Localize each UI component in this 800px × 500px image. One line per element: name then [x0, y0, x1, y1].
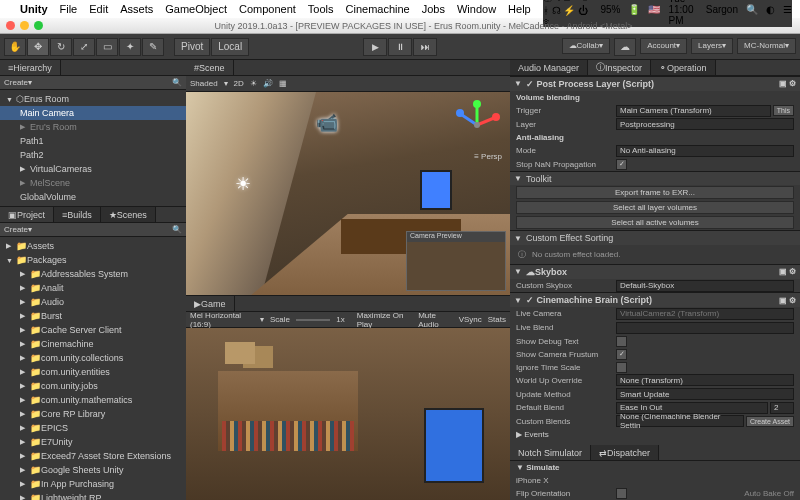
hand-tool-button[interactable]: ✋ — [4, 38, 26, 56]
custom-tool-button[interactable]: ✎ — [142, 38, 164, 56]
local-toggle[interactable]: Local — [211, 38, 249, 56]
show-debug-checkbox[interactable] — [616, 336, 627, 347]
component-header-skybox[interactable]: ▼☁ Skybox ▣ ⚙ — [510, 264, 800, 279]
scene-viewport[interactable]: ☀ 📹 ≡ Persp Camera Preview — [186, 92, 510, 295]
notch-simulator-tab[interactable]: Notch Simulator — [510, 445, 591, 460]
scene-audio-icon[interactable]: 🔊 — [263, 79, 273, 88]
aa-mode-dropdown[interactable]: No Anti-aliasing — [616, 145, 794, 157]
update-method-dropdown[interactable]: Smart Update — [616, 388, 794, 400]
package-item[interactable]: ▶📁 Analit — [0, 281, 186, 295]
select-active-volumes-button[interactable]: Select all active volumes — [516, 216, 794, 229]
hierarchy-tree[interactable]: ▼⬡ Erus Room Main Camera ▶Eru's Room Pat… — [0, 90, 186, 206]
menu-jobs[interactable]: Jobs — [422, 3, 445, 15]
input-flag[interactable]: 🇺🇸 — [648, 4, 660, 15]
hierarchy-search-icon[interactable]: 🔍 — [172, 78, 182, 87]
hierarchy-item[interactable]: ▶Eru's Room — [0, 120, 186, 134]
toolkit-header[interactable]: ▼Toolkit — [510, 171, 800, 186]
custom-blends-field[interactable]: None (Cinemachine Blender Settin — [616, 415, 744, 427]
component-header-cinemachine[interactable]: ▼✓ Cinemachine Brain (Script) ▣ ⚙ — [510, 292, 800, 307]
custom-skybox-field[interactable]: Default-Skybox — [616, 280, 794, 292]
persp-label[interactable]: ≡ Persp — [474, 152, 502, 161]
scenes-tab[interactable]: ★ Scenes — [101, 207, 156, 222]
assets-folder[interactable]: ▶📁 Assets — [0, 239, 186, 253]
orientation-gizmo[interactable] — [452, 100, 502, 150]
menu-file[interactable]: File — [60, 3, 78, 15]
package-item[interactable]: ▶📁 Cinemachine — [0, 337, 186, 351]
package-item[interactable]: ▶📁 EPICS — [0, 421, 186, 435]
operation-tab[interactable]: ⚬ Operation — [651, 60, 716, 75]
spotlight-icon[interactable]: 🔍 — [746, 4, 758, 15]
hierarchy-item[interactable]: Path2 — [0, 148, 186, 162]
game-viewport[interactable] — [186, 328, 510, 500]
ignore-timescale-checkbox[interactable] — [616, 362, 627, 373]
light-gizmo-icon[interactable]: ☀ — [235, 173, 251, 195]
step-button[interactable]: ⏭ — [413, 38, 437, 56]
menu-assets[interactable]: Assets — [120, 3, 153, 15]
sorting-header[interactable]: ▼Custom Effect Sorting — [510, 230, 800, 245]
clock[interactable]: Tue 11:00 PM — [668, 0, 697, 26]
gear-icon[interactable]: ▣ ⚙ — [779, 79, 796, 88]
select-layer-volumes-button[interactable]: Select all layer volumes — [516, 201, 794, 214]
builds-tab[interactable]: ≡ Builds — [54, 207, 101, 222]
audio-manager-tab[interactable]: Audio Manager — [510, 60, 588, 75]
rect-tool-button[interactable]: ▭ — [96, 38, 118, 56]
hierarchy-item[interactable]: Main Camera — [0, 106, 186, 120]
account-dropdown[interactable]: Account ▾ — [640, 38, 687, 54]
project-create[interactable]: Create — [4, 225, 28, 234]
menu-edit[interactable]: Edit — [89, 3, 108, 15]
maximize-window-button[interactable] — [34, 21, 43, 30]
mute-toggle[interactable]: Mute Audio — [418, 311, 452, 329]
hierarchy-create[interactable]: Create — [4, 78, 28, 87]
hierarchy-item[interactable]: ▶VirtualCameras — [0, 162, 186, 176]
layers-dropdown[interactable]: Layers ▾ — [691, 38, 733, 54]
package-item[interactable]: ▶📁 com.unity.jobs — [0, 379, 186, 393]
collab-dropdown[interactable]: ☁ Collab ▾ — [562, 38, 611, 54]
layout-dropdown[interactable]: MC-Normal ▾ — [737, 38, 796, 54]
package-item[interactable]: ▶📁 Burst — [0, 309, 186, 323]
hierarchy-tab[interactable]: ≡ Hierarchy — [0, 60, 61, 75]
package-item[interactable]: ▶📁 Audio — [0, 295, 186, 309]
hierarchy-item[interactable]: Path1 — [0, 134, 186, 148]
gear-icon[interactable]: ▣ ⚙ — [779, 267, 796, 276]
dispatcher-tab[interactable]: ⇄ Dispatcher — [591, 445, 659, 460]
gear-icon[interactable]: ▣ ⚙ — [779, 296, 796, 305]
menu-window[interactable]: Window — [457, 3, 496, 15]
game-tab[interactable]: ▶ Game — [186, 296, 235, 311]
packages-folder[interactable]: ▼📁 Packages — [0, 253, 186, 267]
package-item[interactable]: ▶📁 In App Purchasing — [0, 477, 186, 491]
camera-gizmo-icon[interactable]: 📹 — [316, 112, 338, 134]
play-button[interactable]: ▶ — [363, 38, 387, 56]
flip-orientation-checkbox[interactable] — [616, 488, 627, 499]
layer-dropdown[interactable]: Postprocessing — [616, 118, 794, 130]
siri-icon[interactable]: ◐ — [766, 4, 775, 15]
transform-tool-button[interactable]: ✦ — [119, 38, 141, 56]
this-button[interactable]: This — [773, 105, 794, 116]
vsync-toggle[interactable]: VSync — [459, 315, 482, 324]
show-frustum-checkbox[interactable]: ✓ — [616, 349, 627, 360]
trigger-field[interactable]: Main Camera (Transform) — [616, 105, 771, 117]
package-item[interactable]: ▶📁 Lightweight RP — [0, 491, 186, 500]
worldup-field[interactable]: None (Transform) — [616, 374, 794, 386]
project-tree[interactable]: ▶📁 Assets ▼📁 Packages ▶📁 Addressables Sy… — [0, 237, 186, 500]
component-header-postprocess[interactable]: ▼✓ Post Process Layer (Script) ▣ ⚙ — [510, 76, 800, 91]
scene-root[interactable]: ▼⬡ Erus Room — [0, 92, 186, 106]
move-tool-button[interactable]: ✥ — [27, 38, 49, 56]
minimize-window-button[interactable] — [20, 21, 29, 30]
package-item[interactable]: ▶📁 Google Sheets Unity — [0, 463, 186, 477]
export-exr-button[interactable]: Export frame to EXR... — [516, 186, 794, 199]
user-name[interactable]: Sargon — [706, 4, 738, 15]
shaded-dropdown[interactable]: Shaded — [190, 79, 218, 88]
hierarchy-item[interactable]: GlobalVolume — [0, 190, 186, 204]
package-item[interactable]: ▶📁 E7Unity — [0, 435, 186, 449]
inspector-tab[interactable]: ⓘ Inspector — [588, 60, 651, 75]
rotate-tool-button[interactable]: ↻ — [50, 38, 72, 56]
scale-tool-button[interactable]: ⤢ — [73, 38, 95, 56]
component-enabled-checkbox[interactable]: ✓ — [526, 79, 534, 89]
package-item[interactable]: ▶📁 com.unity.mathematics — [0, 393, 186, 407]
scene-light-icon[interactable]: ☀ — [250, 79, 257, 88]
blend-time-field[interactable]: 2 — [770, 402, 794, 414]
stats-toggle[interactable]: Stats — [488, 315, 506, 324]
package-item[interactable]: ▶📁 com.unity.collections — [0, 351, 186, 365]
menu-help[interactable]: Help — [508, 3, 531, 15]
menu-cinemachine[interactable]: Cinemachine — [346, 3, 410, 15]
